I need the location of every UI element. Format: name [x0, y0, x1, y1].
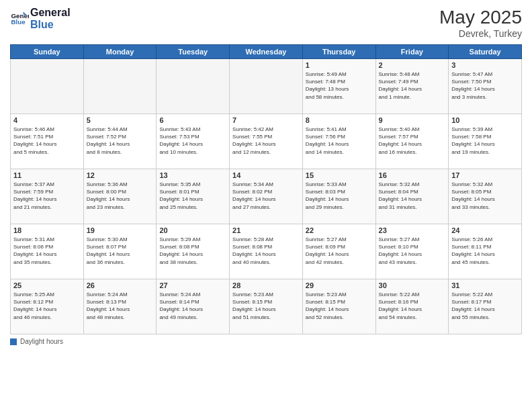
calendar-cell — [83, 59, 157, 114]
day-info: Sunrise: 5:35 AM Sunset: 8:01 PM Dayligh… — [159, 181, 226, 211]
day-number: 17 — [451, 171, 519, 179]
day-number: 3 — [451, 61, 519, 69]
day-number: 31 — [451, 281, 519, 289]
header-monday: Monday — [83, 45, 157, 59]
day-info: Sunrise: 5:34 AM Sunset: 8:02 PM Dayligh… — [232, 181, 300, 211]
day-number: 16 — [379, 171, 446, 179]
calendar-cell — [230, 59, 303, 114]
day-info: Sunrise: 5:25 AM Sunset: 8:12 PM Dayligh… — [13, 291, 81, 321]
calendar-cell: 12Sunrise: 5:36 AM Sunset: 8:00 PM Dayli… — [83, 169, 157, 224]
day-info: Sunrise: 5:28 AM Sunset: 8:08 PM Dayligh… — [232, 236, 300, 266]
day-number: 2 — [379, 61, 446, 69]
calendar-cell: 25Sunrise: 5:25 AM Sunset: 8:12 PM Dayli… — [11, 279, 84, 334]
calendar-cell: 3Sunrise: 5:47 AM Sunset: 7:50 PM Daylig… — [449, 59, 522, 114]
day-info: Sunrise: 5:30 AM Sunset: 8:07 PM Dayligh… — [87, 236, 154, 266]
svg-text:Blue: Blue — [11, 18, 26, 26]
calendar-week-1: 1Sunrise: 5:49 AM Sunset: 7:48 PM Daylig… — [11, 59, 522, 114]
calendar-cell: 8Sunrise: 5:41 AM Sunset: 7:56 PM Daylig… — [302, 114, 375, 169]
calendar-cell: 10Sunrise: 5:39 AM Sunset: 7:58 PM Dayli… — [449, 114, 522, 169]
calendar-cell: 7Sunrise: 5:42 AM Sunset: 7:55 PM Daylig… — [230, 114, 303, 169]
calendar-cell: 5Sunrise: 5:44 AM Sunset: 7:52 PM Daylig… — [83, 114, 157, 169]
month-year: May 2025 — [439, 7, 522, 28]
calendar-cell: 23Sunrise: 5:27 AM Sunset: 8:10 PM Dayli… — [375, 224, 449, 279]
calendar-cell: 9Sunrise: 5:40 AM Sunset: 7:57 PM Daylig… — [375, 114, 449, 169]
day-info: Sunrise: 5:22 AM Sunset: 8:16 PM Dayligh… — [379, 291, 446, 321]
calendar-cell — [11, 59, 84, 114]
calendar-cell: 4Sunrise: 5:46 AM Sunset: 7:51 PM Daylig… — [11, 114, 84, 169]
header-saturday: Saturday — [449, 45, 522, 59]
logo: General Blue General Blue — [10, 7, 71, 30]
logo-general: General — [30, 7, 71, 19]
footer-dot — [10, 338, 17, 345]
day-number: 11 — [13, 171, 81, 179]
calendar-cell: 20Sunrise: 5:29 AM Sunset: 8:08 PM Dayli… — [157, 224, 230, 279]
day-info: Sunrise: 5:47 AM Sunset: 7:50 PM Dayligh… — [451, 71, 519, 101]
calendar-cell: 16Sunrise: 5:32 AM Sunset: 8:04 PM Dayli… — [375, 169, 449, 224]
day-info: Sunrise: 5:23 AM Sunset: 8:15 PM Dayligh… — [232, 291, 300, 321]
day-info: Sunrise: 5:31 AM Sunset: 8:06 PM Dayligh… — [13, 236, 81, 266]
day-number: 30 — [379, 281, 446, 289]
day-info: Sunrise: 5:41 AM Sunset: 7:56 PM Dayligh… — [306, 126, 373, 156]
day-info: Sunrise: 5:40 AM Sunset: 7:57 PM Dayligh… — [379, 126, 446, 156]
logo-blue: Blue — [30, 19, 71, 31]
day-info: Sunrise: 5:29 AM Sunset: 8:08 PM Dayligh… — [159, 236, 226, 266]
calendar-week-2: 4Sunrise: 5:46 AM Sunset: 7:51 PM Daylig… — [11, 114, 522, 169]
calendar-table: Sunday Monday Tuesday Wednesday Thursday… — [10, 44, 522, 334]
day-info: Sunrise: 5:27 AM Sunset: 8:10 PM Dayligh… — [379, 236, 446, 266]
calendar-header-row: Sunday Monday Tuesday Wednesday Thursday… — [11, 45, 522, 59]
day-info: Sunrise: 5:24 AM Sunset: 8:13 PM Dayligh… — [87, 291, 154, 321]
calendar-cell: 22Sunrise: 5:27 AM Sunset: 8:09 PM Dayli… — [302, 224, 375, 279]
day-number: 24 — [451, 226, 519, 234]
calendar-week-3: 11Sunrise: 5:37 AM Sunset: 7:59 PM Dayli… — [11, 169, 522, 224]
day-number: 14 — [232, 171, 300, 179]
location: Devrek, Turkey — [439, 28, 522, 39]
calendar-cell: 27Sunrise: 5:24 AM Sunset: 8:14 PM Dayli… — [157, 279, 230, 334]
calendar-cell: 11Sunrise: 5:37 AM Sunset: 7:59 PM Dayli… — [11, 169, 84, 224]
logo-icon: General Blue — [10, 9, 29, 28]
day-number: 18 — [13, 226, 81, 234]
footer: Daylight hours — [10, 338, 522, 345]
calendar-cell: 13Sunrise: 5:35 AM Sunset: 8:01 PM Dayli… — [157, 169, 230, 224]
header-sunday: Sunday — [11, 45, 84, 59]
header: General Blue General Blue May 2025 Devre… — [10, 7, 522, 39]
page: General Blue General Blue May 2025 Devre… — [0, 0, 532, 411]
day-info: Sunrise: 5:36 AM Sunset: 8:00 PM Dayligh… — [87, 181, 154, 211]
header-tuesday: Tuesday — [157, 45, 230, 59]
title-block: May 2025 Devrek, Turkey — [439, 7, 522, 39]
day-number: 13 — [159, 171, 226, 179]
day-number: 21 — [232, 226, 300, 234]
calendar-cell: 2Sunrise: 5:48 AM Sunset: 7:49 PM Daylig… — [375, 59, 449, 114]
day-info: Sunrise: 5:46 AM Sunset: 7:51 PM Dayligh… — [13, 126, 81, 156]
calendar-cell — [157, 59, 230, 114]
calendar-cell: 26Sunrise: 5:24 AM Sunset: 8:13 PM Dayli… — [83, 279, 157, 334]
day-info: Sunrise: 5:43 AM Sunset: 7:53 PM Dayligh… — [159, 126, 226, 156]
day-info: Sunrise: 5:33 AM Sunset: 8:03 PM Dayligh… — [306, 181, 373, 211]
calendar-cell: 6Sunrise: 5:43 AM Sunset: 7:53 PM Daylig… — [157, 114, 230, 169]
day-info: Sunrise: 5:37 AM Sunset: 7:59 PM Dayligh… — [13, 181, 81, 211]
day-info: Sunrise: 5:44 AM Sunset: 7:52 PM Dayligh… — [87, 126, 154, 156]
calendar-cell: 15Sunrise: 5:33 AM Sunset: 8:03 PM Dayli… — [302, 169, 375, 224]
day-info: Sunrise: 5:39 AM Sunset: 7:58 PM Dayligh… — [451, 126, 519, 156]
day-info: Sunrise: 5:26 AM Sunset: 8:11 PM Dayligh… — [451, 236, 519, 266]
day-number: 15 — [306, 171, 373, 179]
day-number: 23 — [379, 226, 446, 234]
calendar-cell: 17Sunrise: 5:32 AM Sunset: 8:05 PM Dayli… — [449, 169, 522, 224]
day-number: 5 — [87, 116, 154, 124]
day-number: 22 — [306, 226, 373, 234]
footer-label: Daylight hours — [20, 338, 63, 345]
calendar-cell: 28Sunrise: 5:23 AM Sunset: 8:15 PM Dayli… — [230, 279, 303, 334]
calendar-cell: 21Sunrise: 5:28 AM Sunset: 8:08 PM Dayli… — [230, 224, 303, 279]
day-info: Sunrise: 5:27 AM Sunset: 8:09 PM Dayligh… — [306, 236, 373, 266]
calendar-week-5: 25Sunrise: 5:25 AM Sunset: 8:12 PM Dayli… — [11, 279, 522, 334]
day-number: 9 — [379, 116, 446, 124]
calendar-cell: 30Sunrise: 5:22 AM Sunset: 8:16 PM Dayli… — [375, 279, 449, 334]
calendar-cell: 29Sunrise: 5:23 AM Sunset: 8:15 PM Dayli… — [302, 279, 375, 334]
day-info: Sunrise: 5:23 AM Sunset: 8:15 PM Dayligh… — [306, 291, 373, 321]
day-info: Sunrise: 5:49 AM Sunset: 7:48 PM Dayligh… — [306, 71, 373, 101]
day-number: 10 — [451, 116, 519, 124]
day-number: 20 — [159, 226, 226, 234]
header-wednesday: Wednesday — [230, 45, 303, 59]
day-info: Sunrise: 5:48 AM Sunset: 7:49 PM Dayligh… — [379, 71, 446, 101]
day-info: Sunrise: 5:42 AM Sunset: 7:55 PM Dayligh… — [232, 126, 300, 156]
day-number: 26 — [87, 281, 154, 289]
